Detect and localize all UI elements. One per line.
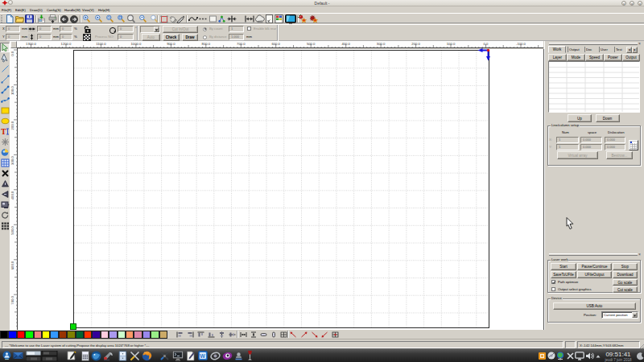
svg-text:0.0: 0.0 xyxy=(10,51,14,56)
svg-text:0.0: 0.0 xyxy=(484,42,489,46)
svg-text:500.0: 500.0 xyxy=(307,42,316,46)
svg-text:1000.0: 1000.0 xyxy=(130,42,141,46)
svg-text:1200.0: 1200.0 xyxy=(61,42,72,46)
svg-text:600.0: 600.0 xyxy=(10,261,14,269)
svg-text:700.0: 700.0 xyxy=(10,296,14,305)
svg-text:1300.0: 1300.0 xyxy=(26,42,36,46)
svg-text:T: T xyxy=(1,127,6,136)
svg-text:100.0: 100.0 xyxy=(10,86,14,95)
svg-text:1100.0: 1100.0 xyxy=(96,42,106,46)
svg-text:700.0: 700.0 xyxy=(237,42,246,46)
svg-text:W: W xyxy=(200,353,205,359)
svg-text:600.0: 600.0 xyxy=(271,42,280,46)
svg-text:300.0: 300.0 xyxy=(377,42,386,46)
svg-text:900.0: 900.0 xyxy=(167,42,175,46)
svg-text:100.0: 100.0 xyxy=(447,42,456,46)
svg-text:500.0: 500.0 xyxy=(10,226,14,235)
svg-text:300.0: 300.0 xyxy=(10,156,14,165)
svg-text:200.0: 200.0 xyxy=(411,42,420,46)
svg-text:-100.0: -100.0 xyxy=(516,42,526,46)
svg-text:400.0: 400.0 xyxy=(10,191,14,200)
svg-text:200.0: 200.0 xyxy=(10,121,14,130)
svg-text:400.0: 400.0 xyxy=(341,42,350,46)
svg-text:800.0: 800.0 xyxy=(202,42,211,46)
